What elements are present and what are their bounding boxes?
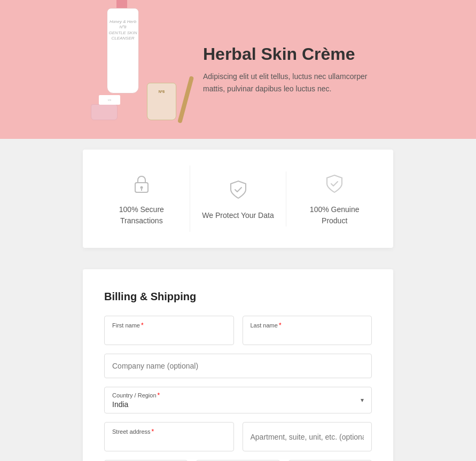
chevron-down-icon: ▾ [361,396,364,404]
last-name-label: Last name [251,322,278,329]
hero-title: Herbal Skin Crème [203,44,391,64]
small-jar: Nº8 [91,104,118,120]
trust-section: 100% Secure Transactions We Protect Your… [83,150,393,248]
first-name-group: First name * [104,316,234,345]
trust-item-genuine: 100% Genuine Product [286,166,383,232]
hero-text-area: Herbal Skin Crème Adipiscing elit ut eli… [203,44,391,95]
country-label: Country / Region [112,392,157,399]
hero-description: Adipiscing elit ut elit tellus, luctus n… [203,71,374,95]
company-name-input[interactable] [104,354,372,378]
last-name-input[interactable] [251,330,364,339]
country-required: * [158,392,160,399]
main-bottle: Honey & HerbNº8GENTLE SKINCLEANSER [107,8,139,93]
hero-section: Honey & HerbNº8GENTLE SKINCLEANSER Nº8 N… [0,0,476,139]
last-name-group: Last name * [243,316,372,345]
below-hero-area: 100% Secure Transactions We Protect Your… [0,139,476,461]
company-row [104,354,372,378]
apt-input[interactable] [243,422,372,451]
lock-icon [129,171,154,197]
trust-label-secure: 100% Secure Transactions [104,204,179,226]
badge-check-icon [322,171,347,197]
street-required: * [152,428,154,435]
country-row: Country / Region * India ▾ [104,387,372,413]
country-value: India [112,400,361,409]
street-label: Street address [112,428,151,435]
street-row: Street address * [104,422,372,451]
spoon [177,76,194,123]
shield-check-icon [225,177,251,202]
apt-group [243,422,372,451]
trust-label-genuine: 100% Genuine Product [297,204,372,226]
svg-point-1 [140,186,143,189]
last-name-required: * [279,322,282,329]
first-name-label: First name [112,322,140,329]
jar-label: Nº8 [99,95,120,105]
name-row: First name * Last name * [104,316,372,345]
glass-jar: Nº8 [147,83,176,120]
trust-item-data: We Protect Your Data [190,171,287,226]
trust-label-data: We Protect Your Data [202,210,274,221]
billing-section: Billing & Shipping First name * Last nam… [83,269,393,461]
country-select[interactable]: Country / Region * India ▾ [104,387,372,413]
first-name-input[interactable] [112,330,226,339]
street-group: Street address * [104,422,234,451]
billing-title: Billing & Shipping [104,291,372,303]
trust-item-secure: 100% Secure Transactions [93,166,190,232]
hero-product-image: Honey & HerbNº8GENTLE SKINCLEANSER Nº8 N… [85,8,182,131]
first-name-required: * [141,322,144,329]
street-input[interactable] [112,436,226,445]
